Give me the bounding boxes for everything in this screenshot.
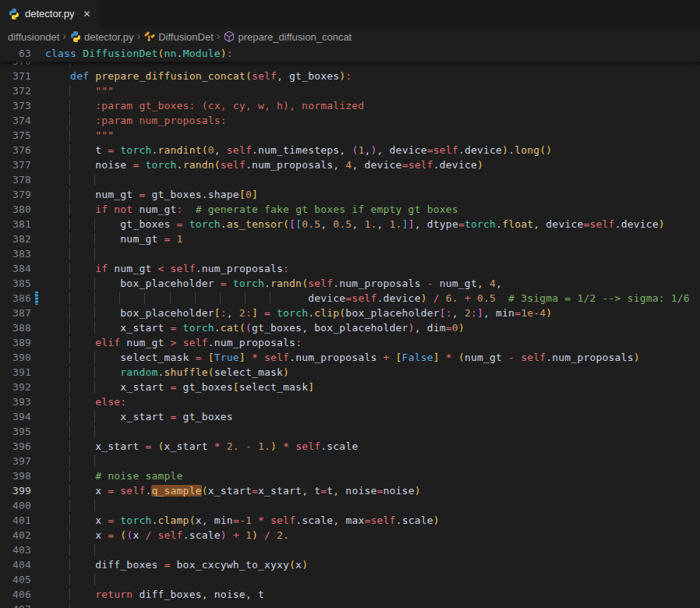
line-number[interactable]: 397 <box>0 454 31 468</box>
sticky-scroll-header[interactable]: 63class DiffusionDet(nn.Module): <box>0 46 700 62</box>
code-line[interactable]: 399 x = self.q_sample(x_start=x_start, t… <box>0 483 700 498</box>
code-line[interactable]: 386 device=self.device) / 6. + 0.5 # 3si… <box>0 291 700 306</box>
line-number[interactable]: 377 <box>0 157 31 172</box>
code-line[interactable]: 376 t = torch.randint(0, self.num_timest… <box>0 143 700 157</box>
line-number[interactable]: 376 <box>0 143 31 157</box>
code-line[interactable]: 398 # noise sample <box>0 468 700 483</box>
line-number[interactable]: 381 <box>0 217 31 232</box>
code-line[interactable]: 403 <box>0 543 700 557</box>
indent-guide <box>45 574 70 585</box>
line-number[interactable]: 398 <box>0 468 31 483</box>
code-line[interactable]: 396 x_start = (x_start * 2. - 1.) * self… <box>0 439 700 454</box>
line-number[interactable]: 387 <box>0 306 31 320</box>
line-number[interactable]: 375 <box>0 128 31 143</box>
line-number[interactable]: 401 <box>0 513 31 528</box>
code-line[interactable]: 388 x_start = torch.cat((gt_boxes, box_p… <box>0 320 700 335</box>
code-line[interactable]: 394 x_start = gt_boxes <box>0 409 700 424</box>
line-number[interactable]: 383 <box>0 246 31 261</box>
close-icon[interactable]: ✕ <box>82 8 93 20</box>
indent-guide <box>70 366 95 378</box>
code-line[interactable]: 372 """ <box>0 83 700 98</box>
indent-guide <box>221 292 246 304</box>
code-line[interactable]: 379 num_gt = gt_boxes.shape[0] <box>0 187 700 202</box>
line-number[interactable]: 392 <box>0 380 31 394</box>
line-number[interactable]: 389 <box>0 335 31 350</box>
code-line[interactable]: 371 def prepare_diffusion_concat(self, g… <box>0 69 700 83</box>
code-text: if not num_gt: # generate fake gt boxes … <box>31 202 458 217</box>
code-line[interactable]: 374 :param num_proposals: <box>0 113 700 128</box>
code-line[interactable]: 391 random.shuffle(select_mask) <box>0 365 700 380</box>
line-number[interactable]: 63 <box>0 46 31 62</box>
code-text: elif num_gt > self.num_proposals: <box>31 335 302 350</box>
breadcrumb-item-file[interactable]: detector.py <box>69 30 134 43</box>
breadcrumb-item-class[interactable]: DiffusionDet <box>143 30 214 43</box>
line-number[interactable]: 406 <box>0 587 31 602</box>
code-line[interactable]: 373 :param gt_boxes: (cx, cy, w, h), nor… <box>0 98 700 113</box>
line-number[interactable]: 390 <box>0 350 31 365</box>
line-number[interactable]: 379 <box>0 187 31 202</box>
code-lines[interactable]: 370 371 def prepare_diffusion_concat(sel… <box>0 54 700 608</box>
code-line[interactable]: 375 """ <box>0 128 700 143</box>
code-line[interactable]: 395 <box>0 424 700 439</box>
code-line[interactable]: 377 noise = torch.randn(self.num_proposa… <box>0 157 700 172</box>
code-line[interactable]: 392 x_start = gt_boxes[select_mask] <box>0 380 700 394</box>
line-number[interactable]: 382 <box>0 232 31 246</box>
code-line-sticky[interactable]: 63class DiffusionDet(nn.Module): <box>0 46 700 62</box>
breadcrumb-item-method[interactable]: prepare_diffusion_concat <box>223 30 352 43</box>
code-line[interactable]: 400 <box>0 498 700 513</box>
code-line[interactable]: 389 elif num_gt > self.num_proposals: <box>0 335 700 350</box>
indent-guide <box>45 455 70 467</box>
method-icon <box>223 30 235 43</box>
line-number[interactable]: 394 <box>0 409 31 424</box>
indent-guide <box>45 589 70 600</box>
code-line[interactable]: 397 <box>0 454 700 468</box>
line-number[interactable]: 407 <box>0 602 31 608</box>
line-number[interactable]: 374 <box>0 113 31 128</box>
line-number[interactable]: 405 <box>0 572 31 587</box>
line-number[interactable]: 403 <box>0 543 31 557</box>
code-text: x = self.q_sample(x_start=x_start, t=t, … <box>31 483 421 498</box>
line-number[interactable]: 372 <box>0 83 31 98</box>
line-number[interactable]: 373 <box>0 98 31 113</box>
line-number[interactable]: 384 <box>0 261 31 276</box>
code-line[interactable]: 380 if not num_gt: # generate fake gt bo… <box>0 202 700 217</box>
code-line[interactable]: 390 select_mask = [True] * self.num_prop… <box>0 350 700 365</box>
tab-detector-py[interactable]: detector.py ✕ <box>0 0 101 27</box>
line-number[interactable]: 396 <box>0 439 31 454</box>
code-line[interactable]: 401 x = torch.clamp(x, min=-1 * self.sca… <box>0 513 700 528</box>
line-number[interactable]: 402 <box>0 528 31 543</box>
line-number[interactable]: 391 <box>0 365 31 380</box>
code-line[interactable]: 393 else: <box>0 394 700 409</box>
line-number[interactable]: 393 <box>0 394 31 409</box>
code-line[interactable]: 385 box_placeholder = torch.randn(self.n… <box>0 276 700 291</box>
breadcrumb-item-folder[interactable]: diffusiondet <box>8 31 59 43</box>
code-line[interactable]: 381 gt_boxes = torch.as_tensor([[0.5, 0.… <box>0 217 700 232</box>
code-line[interactable]: 384 if num_gt < self.num_proposals: <box>0 261 700 276</box>
editor[interactable]: 370 371 def prepare_diffusion_concat(sel… <box>0 46 700 608</box>
code-line[interactable]: 402 x = ((x / self.scale) + 1) / 2. <box>0 528 700 543</box>
line-number[interactable]: 378 <box>0 172 31 187</box>
indent-guide <box>70 411 95 422</box>
code-line[interactable]: 404 diff_boxes = box_cxcywh_to_xyxy(x) <box>0 557 700 572</box>
indent-guide <box>70 426 95 437</box>
line-number[interactable]: 386 <box>0 291 31 306</box>
code-line[interactable]: 383 <box>0 246 700 261</box>
line-number[interactable]: 395 <box>0 424 31 439</box>
code-text: :param num_proposals: <box>31 113 227 128</box>
code-line[interactable]: 407 <box>0 602 700 608</box>
line-number[interactable]: 371 <box>0 69 31 83</box>
line-number[interactable]: 388 <box>0 320 31 335</box>
line-number[interactable]: 400 <box>0 498 31 513</box>
line-number[interactable]: 385 <box>0 276 31 291</box>
indent-guide <box>95 292 120 304</box>
line-number[interactable]: 404 <box>0 557 31 572</box>
code-line[interactable]: 405 <box>0 572 700 587</box>
code-line[interactable]: 382 num_gt = 1 <box>0 232 700 246</box>
code-line[interactable]: 387 box_placeholder[:, 2:] = torch.clip(… <box>0 306 700 320</box>
line-number[interactable]: 399 <box>0 483 31 498</box>
line-number[interactable]: 380 <box>0 202 31 217</box>
indent-guide <box>45 263 70 274</box>
code-line[interactable]: 406 return diff_boxes, noise, t <box>0 587 700 602</box>
code-line[interactable]: 378 <box>0 172 700 187</box>
code-text: """ <box>31 83 114 98</box>
